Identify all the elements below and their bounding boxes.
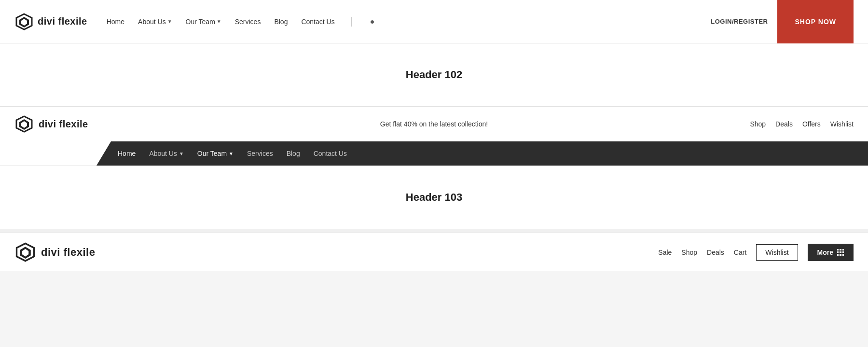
- nav-contact-1[interactable]: Contact Us: [301, 18, 334, 26]
- h2-nav-blog[interactable]: Blog: [280, 141, 307, 166]
- toplink-offers[interactable]: Offers: [802, 120, 821, 128]
- search-button-1[interactable]: ●: [368, 15, 377, 28]
- logo-2[interactable]: divi flexile: [14, 114, 88, 134]
- logo-text-1: divi flexile: [38, 16, 87, 27]
- header103-title: Header 103: [406, 191, 462, 204]
- nav-home-1[interactable]: Home: [107, 18, 124, 26]
- h2-nav-contact[interactable]: Contact Us: [307, 141, 354, 166]
- logo-icon-1: [14, 12, 34, 31]
- toplink-deals[interactable]: Deals: [775, 120, 793, 128]
- h2-nav-ourteam[interactable]: Our Team ▼ Team Member 1 Team Member 2 T…: [191, 141, 240, 166]
- chevron-ourteam-2: ▼: [229, 151, 234, 156]
- h3-link-shop[interactable]: Shop: [681, 249, 697, 256]
- chevron-about-2: ▼: [179, 151, 184, 156]
- nav-blog-1[interactable]: Blog: [274, 18, 288, 26]
- more-button[interactable]: More: [808, 244, 854, 261]
- logo-text-2: divi flexile: [39, 119, 88, 130]
- header102-title: Header 102: [406, 69, 462, 81]
- header1-right: LOGIN/REGISTER SHOP NOW: [711, 0, 854, 43]
- h3-link-deals[interactable]: Deals: [707, 249, 724, 256]
- header2-toplinks: Shop Deals Offers Wishlist: [750, 120, 854, 128]
- nav-ourteam-1[interactable]: Our Team ▼: [186, 18, 221, 26]
- logo-icon-2: [14, 114, 34, 134]
- toplink-shop[interactable]: Shop: [750, 120, 766, 128]
- shop-now-button[interactable]: SHOP NOW: [777, 0, 854, 43]
- header-1: divi flexile Home About Us ▼ Our Team ▼ …: [0, 0, 868, 43]
- header2-nav: Home About Us ▼ About Us Our Team ▼: [96, 141, 868, 166]
- logo-icon-3: [14, 241, 36, 263]
- toplink-wishlist[interactable]: Wishlist: [830, 120, 854, 128]
- h3-link-sale[interactable]: Sale: [658, 249, 672, 256]
- chevron-ourteam-1: ▼: [217, 19, 221, 24]
- h2-nav-aboutus[interactable]: About Us ▼ About Us: [142, 141, 191, 166]
- header2-top: divi flexile Get flat 40% on the latest …: [0, 107, 868, 141]
- header-3: divi flexile Sale Shop Deals Cart Wishli…: [0, 233, 868, 271]
- wishlist-button[interactable]: Wishlist: [756, 244, 798, 261]
- page-content-1: Header 102: [0, 43, 868, 106]
- h2-nav-home[interactable]: Home: [111, 141, 142, 166]
- logo-3[interactable]: divi flexile: [14, 241, 95, 263]
- login-register-link[interactable]: LOGIN/REGISTER: [711, 18, 777, 25]
- header3-right: Sale Shop Deals Cart Wishlist More: [658, 244, 854, 261]
- logo-1[interactable]: divi flexile: [14, 12, 87, 31]
- section-divider: [0, 229, 868, 233]
- nav-about-1[interactable]: About Us ▼: [138, 18, 172, 26]
- h3-link-cart[interactable]: Cart: [734, 249, 746, 256]
- promo-text: Get flat 40% on the latest collection!: [380, 120, 488, 128]
- page-content-2: Header 103: [0, 166, 868, 229]
- nav-divider-1: [351, 17, 352, 27]
- header1-nav: Home About Us ▼ Our Team ▼ Services Blog…: [107, 15, 377, 28]
- h2-nav-services[interactable]: Services: [240, 141, 280, 166]
- header-2-wrapper: divi flexile Get flat 40% on the latest …: [0, 106, 868, 166]
- nav-services-1[interactable]: Services: [235, 18, 261, 26]
- grid-icon: [837, 249, 844, 256]
- chevron-about-1: ▼: [167, 19, 172, 24]
- logo-text-3: divi flexile: [41, 246, 95, 259]
